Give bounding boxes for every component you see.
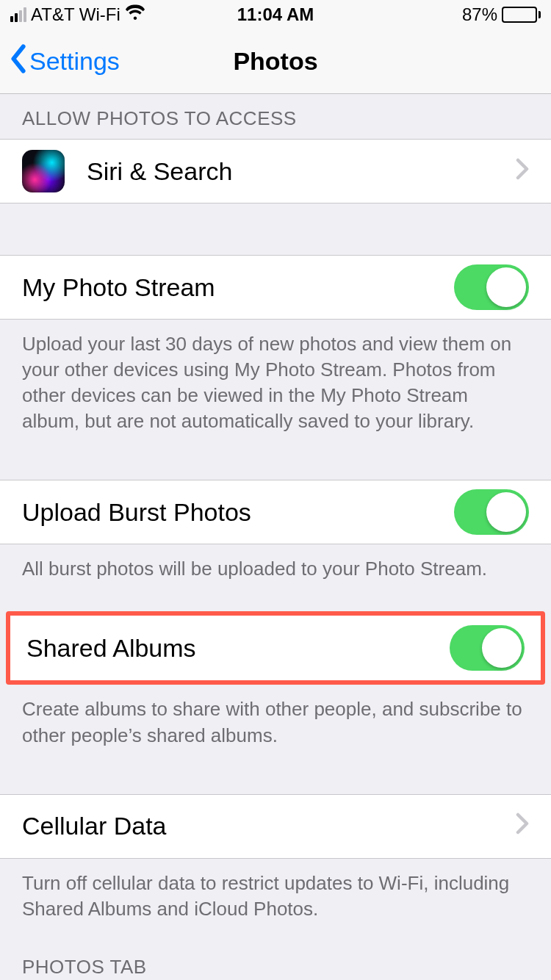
page-title: Photos <box>0 47 551 76</box>
toggle-my-photo-stream[interactable] <box>454 264 529 310</box>
section-header-photos-tab: PHOTOS TAB <box>0 940 551 980</box>
section-header-allow: ALLOW PHOTOS TO ACCESS <box>0 94 551 139</box>
chevron-right-icon <box>516 812 529 840</box>
row-siri-search[interactable]: Siri & Search <box>0 139 551 203</box>
toggle-shared-albums[interactable] <box>450 625 525 671</box>
status-time: 11:04 AM <box>0 4 551 25</box>
row-shared-albums: Shared Albums <box>10 616 541 680</box>
chevron-right-icon <box>516 157 529 186</box>
row-cellular-data[interactable]: Cellular Data <box>0 794 551 859</box>
row-label: Upload Burst Photos <box>22 498 454 527</box>
row-label: Shared Albums <box>26 634 450 663</box>
spacer <box>0 766 551 794</box>
row-label: Siri & Search <box>87 157 505 186</box>
row-label: My Photo Stream <box>22 273 454 302</box>
siri-icon <box>22 150 65 192</box>
status-bar: AT&T Wi-Fi 11:04 AM 87% <box>0 0 551 29</box>
toggle-upload-burst[interactable] <box>454 489 529 535</box>
spacer <box>0 599 551 611</box>
footer-upload-burst: All burst photos will be uploaded to you… <box>0 544 551 599</box>
content: ALLOW PHOTOS TO ACCESS Siri & Search My … <box>0 94 551 980</box>
footer-cellular-data: Turn off cellular data to restrict updat… <box>0 859 551 940</box>
footer-shared-albums: Create albums to share with other people… <box>0 685 551 765</box>
row-upload-burst: Upload Burst Photos <box>0 480 551 544</box>
spacer <box>0 203 551 255</box>
footer-my-photo-stream: Upload your last 30 days of new photos a… <box>0 320 551 452</box>
row-label: Cellular Data <box>22 812 505 840</box>
battery-icon <box>502 7 541 23</box>
nav-bar: Settings Photos <box>0 29 551 94</box>
row-my-photo-stream: My Photo Stream <box>0 255 551 320</box>
spacer <box>0 452 551 480</box>
highlight-shared-albums: Shared Albums <box>6 611 545 685</box>
